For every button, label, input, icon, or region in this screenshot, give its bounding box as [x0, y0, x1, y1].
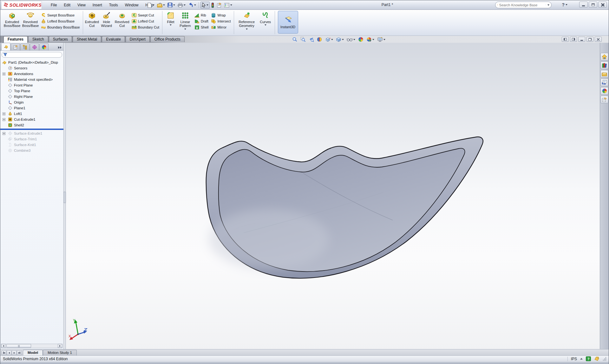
tree-item-shell2[interactable]: Shell2	[0, 122, 63, 128]
instant3d-button[interactable]: Instant3D	[278, 11, 298, 34]
search-dropdown[interactable]	[547, 4, 549, 6]
menu-file[interactable]: File	[47, 2, 60, 9]
rebuild-button[interactable]	[210, 2, 215, 9]
fillet-dropdown[interactable]	[170, 24, 172, 26]
tab-office-products[interactable]: Office Products	[150, 36, 185, 42]
edit-appearance-button[interactable]	[357, 36, 364, 42]
tree-item-front-plane[interactable]: Front Plane	[0, 82, 63, 88]
swept-cut-button[interactable]: Swept Cut	[130, 12, 160, 18]
expand-toggle[interactable]	[3, 132, 5, 135]
nav-next-button[interactable]	[12, 350, 16, 355]
menu-window[interactable]: Window	[121, 2, 142, 9]
extruded-cut-button[interactable]: Extruded Cut	[85, 11, 99, 28]
tab-sheet-metal[interactable]: Sheet Metal	[73, 36, 101, 42]
graphics-viewport[interactable]: Y X	[66, 43, 600, 349]
view-orientation-button[interactable]	[324, 36, 334, 42]
reference-geometry-button[interactable]: Reference Geometry	[236, 11, 258, 30]
tab-sketch[interactable]: Sketch	[28, 36, 48, 42]
fillet-button[interactable]: Fillet	[164, 11, 177, 26]
dimxpertmanager-tab[interactable]	[30, 43, 39, 50]
wrap-button[interactable]: Wrap	[210, 12, 232, 18]
nav-prev-button[interactable]	[7, 350, 11, 355]
undo-button[interactable]	[187, 2, 197, 8]
model-canvas[interactable]	[66, 43, 600, 349]
undo-dropdown[interactable]	[194, 4, 196, 6]
tree-item-cut-extrude1[interactable]: Cut-Extrude1	[0, 117, 63, 122]
help-dropdown[interactable]	[566, 4, 567, 5]
zoom-to-fit-button[interactable]	[291, 36, 298, 42]
select-dropdown[interactable]	[206, 4, 208, 6]
view-settings-button[interactable]	[377, 37, 386, 42]
revolved-cut-button[interactable]: Revolved Cut	[114, 11, 130, 28]
section-view-button[interactable]	[316, 36, 323, 42]
tab-surfaces[interactable]: Surfaces	[49, 36, 72, 42]
propertymanager-tab[interactable]	[11, 43, 20, 50]
previous-view-button[interactable]	[308, 36, 315, 42]
resize-grip[interactable]	[603, 357, 606, 361]
tree-item-surface-trim1[interactable]: Surface-Trim1	[0, 136, 63, 142]
lofted-boss-button[interactable]: Lofted Boss/Base	[40, 18, 81, 24]
zoom-to-area-button[interactable]	[300, 36, 306, 42]
pane-right-button[interactable]	[570, 37, 577, 42]
panel-collapse-grip[interactable]	[63, 192, 66, 203]
doc-close-button[interactable]	[595, 37, 602, 42]
tree-item-material[interactable]: Material <not specified>	[0, 77, 63, 82]
mirror-button[interactable]: Mirror	[210, 24, 232, 30]
extruded-boss-button[interactable]: Extruded Boss/Base	[3, 11, 21, 28]
fm-tabs-overflow-chevron[interactable]	[58, 46, 62, 49]
tree-item-surface-extrude1[interactable]: Surface-Extrude1	[0, 131, 63, 136]
tree-item-surface-knit1[interactable]: Surface-Knit1	[0, 142, 63, 148]
linear-pattern-button[interactable]: Linear Pattern	[177, 11, 193, 30]
apply-scene-button[interactable]	[366, 36, 375, 42]
hole-wizard-button[interactable]: Hole Wizard	[99, 11, 114, 28]
reference-geometry-dropdown[interactable]	[246, 29, 248, 30]
options-button[interactable]	[223, 2, 233, 8]
lofted-cut-button[interactable]: Lofted Cut	[130, 18, 160, 24]
linear-pattern-dropdown[interactable]	[184, 29, 186, 30]
tree-item-loft1[interactable]: Loft1	[0, 111, 63, 117]
new-document-button[interactable]	[146, 2, 155, 9]
help-button[interactable]: ?	[562, 2, 567, 7]
new-document-dropdown[interactable]	[153, 4, 154, 6]
solidworks-resources-button[interactable]	[600, 53, 608, 61]
open-button[interactable]	[156, 2, 166, 8]
scroll-left-button[interactable]	[1, 344, 6, 348]
rib-button[interactable]: Rib	[193, 12, 210, 18]
tree-root[interactable]: Part1 (Default<<Default>_Disp	[0, 60, 63, 65]
search-input[interactable]	[499, 3, 544, 7]
scroll-right-button[interactable]	[58, 344, 62, 348]
tree-item-top-plane[interactable]: Top Plane	[0, 88, 63, 94]
options-dropdown[interactable]	[230, 4, 232, 6]
unit-system-dropdown[interactable]	[580, 358, 583, 360]
pane-left-button[interactable]	[562, 37, 569, 42]
save-button[interactable]	[167, 2, 176, 8]
design-library-button[interactable]	[600, 61, 608, 69]
nav-last-button[interactable]	[17, 350, 22, 355]
view-settings-dropdown[interactable]	[383, 39, 385, 40]
featuremanager-tab[interactable]	[1, 43, 10, 50]
view-orientation-dropdown[interactable]	[331, 39, 333, 40]
menu-insert[interactable]: Insert	[89, 2, 106, 9]
print-button[interactable]	[177, 2, 187, 8]
tree-item-annotations[interactable]: Annotations	[0, 71, 63, 77]
tree-horizontal-scrollbar[interactable]	[1, 344, 62, 348]
doc-minimize-button[interactable]	[578, 37, 585, 42]
apply-scene-dropdown[interactable]	[372, 39, 374, 40]
tab-evaluate[interactable]: Evaluate	[102, 36, 125, 42]
draft-button[interactable]: Draft	[193, 18, 210, 24]
shell-button[interactable]: Shell	[193, 24, 210, 30]
appearances-scenes-button[interactable]	[600, 87, 608, 95]
file-explorer-button[interactable]	[600, 70, 608, 78]
tree-item-combine3[interactable]: Combine3	[0, 148, 63, 153]
intersect-button[interactable]: Intersect	[210, 18, 232, 24]
save-dropdown[interactable]	[173, 4, 175, 6]
tree-item-right-plane[interactable]: Right Plane	[0, 94, 63, 99]
custom-properties-button[interactable]	[600, 96, 608, 103]
model-tab[interactable]: Model	[23, 350, 43, 355]
menu-edit[interactable]: Edit	[60, 2, 74, 9]
swept-boss-button[interactable]: Swept Boss/Base	[40, 12, 81, 18]
minimize-button[interactable]	[579, 2, 588, 8]
expand-toggle[interactable]	[3, 118, 5, 121]
display-style-button[interactable]	[335, 36, 344, 42]
tab-features[interactable]: Features	[3, 36, 28, 43]
